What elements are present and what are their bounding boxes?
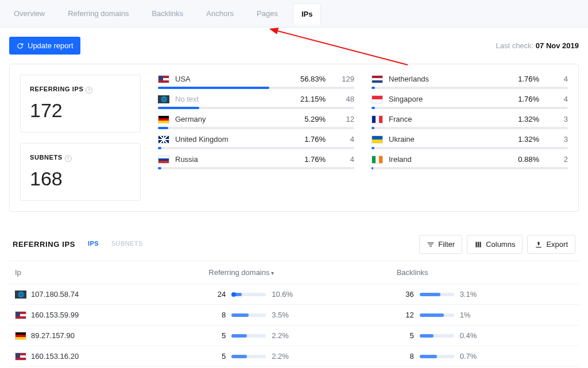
country-bar	[372, 147, 568, 149]
export-icon	[535, 241, 543, 249]
columns-icon	[474, 241, 482, 249]
country-percent: 1.76%	[291, 155, 326, 164]
metric-bar	[420, 313, 454, 317]
flag-icon	[15, 311, 26, 319]
flag-icon	[158, 135, 169, 144]
table-row[interactable]: 160.153.59.9983.5%121%	[9, 305, 579, 326]
metric-value: 8	[397, 352, 414, 361]
metric-percent: 2.2%	[272, 352, 297, 361]
table-row[interactable]: 160.153.16.2052.2%80.7%	[9, 346, 579, 367]
flag-icon	[158, 156, 169, 164]
tab-ips[interactable]: IPs	[293, 3, 322, 25]
metric-bar	[420, 355, 454, 358]
country-name: USA	[175, 75, 285, 83]
country-bar	[158, 127, 354, 129]
metric-bar	[231, 313, 266, 317]
country-name: Russia	[175, 155, 285, 164]
metric-value: 5	[208, 352, 226, 361]
country-percent: 1.76%	[291, 135, 326, 144]
help-icon[interactable]: ?	[86, 87, 92, 94]
country-percent: 56.83%	[291, 75, 326, 83]
metric-bar	[420, 293, 454, 296]
flag-icon	[15, 352, 26, 361]
country-percent: 1.32%	[505, 115, 539, 123]
country-name: Germany	[175, 115, 285, 123]
metric-bar	[231, 293, 266, 296]
country-row[interactable]: 🌐No text21.15%48	[158, 95, 354, 109]
globe-icon: 🌐	[15, 290, 26, 299]
country-percent: 1.76%	[505, 75, 539, 83]
subtab-subnets[interactable]: SUBNETS	[111, 240, 143, 249]
country-row[interactable]: United Kingdom1.76%4	[158, 135, 354, 149]
country-row[interactable]: Ukraine1.32%3	[372, 135, 568, 149]
country-row[interactable]: Netherlands1.76%4	[372, 75, 568, 89]
country-count: 129	[331, 75, 354, 83]
country-row[interactable]: Ireland0.88%2	[372, 155, 568, 169]
country-percent: 5.29%	[291, 115, 326, 123]
country-bar	[158, 107, 354, 109]
country-bar	[158, 147, 354, 149]
metric-value: 24	[208, 290, 226, 299]
country-percent: 1.76%	[505, 95, 539, 103]
metric-percent: 0.7%	[460, 352, 485, 361]
country-count: 4	[331, 155, 354, 164]
metric-percent: 3.5%	[272, 311, 297, 319]
country-bar	[158, 167, 354, 169]
metric-percent: 0.4%	[460, 331, 485, 340]
filter-button[interactable]: Filter	[419, 235, 462, 254]
flag-icon	[158, 115, 169, 123]
country-name: Netherlands	[389, 75, 499, 83]
col-backlinks[interactable]: Backlinks	[391, 261, 579, 284]
flag-icon	[158, 75, 169, 83]
metric-bar	[231, 334, 266, 338]
country-row[interactable]: France1.32%3	[372, 115, 568, 129]
country-name: France	[389, 115, 499, 123]
tab-referring-domains[interactable]: Referring domains	[60, 3, 137, 25]
col-ip[interactable]: Ip	[9, 261, 203, 284]
country-count: 4	[545, 75, 568, 83]
refresh-icon	[16, 42, 24, 50]
country-percent: 0.88%	[505, 155, 539, 164]
metric-bar	[231, 355, 266, 358]
update-report-button[interactable]: Update report	[9, 37, 80, 55]
metric-percent: 10.6%	[272, 290, 297, 299]
country-bar	[372, 107, 568, 109]
country-bar	[372, 127, 568, 129]
flag-icon	[372, 95, 383, 103]
tab-overview[interactable]: Overview	[6, 3, 53, 25]
export-button[interactable]: Export	[527, 235, 575, 254]
metric-value: 36	[397, 290, 414, 299]
col-referring-domains[interactable]: Referring domains	[203, 261, 390, 284]
country-percent: 1.32%	[505, 135, 539, 144]
columns-button[interactable]: Columns	[467, 235, 523, 254]
metric-percent: 2.2%	[272, 331, 297, 340]
country-bar	[372, 87, 568, 89]
filter-icon	[427, 241, 435, 249]
metric-value: 8	[208, 311, 226, 319]
flag-icon	[372, 135, 383, 144]
flag-icon	[372, 115, 383, 123]
metric-value: 5	[397, 331, 414, 340]
country-row[interactable]: USA56.83%129	[158, 75, 354, 89]
tab-backlinks[interactable]: Backlinks	[144, 3, 191, 25]
country-row[interactable]: Germany5.29%12	[158, 115, 354, 129]
country-bar	[372, 167, 568, 169]
country-count: 4	[331, 135, 354, 144]
country-name: Singapore	[389, 95, 499, 103]
tab-pages[interactable]: Pages	[249, 3, 286, 25]
country-row[interactable]: Russia1.76%4	[158, 155, 354, 169]
subnets-stat: SUBNETS? 168	[20, 143, 141, 201]
tab-anchors[interactable]: Anchors	[198, 3, 242, 25]
country-name: No text	[175, 95, 285, 103]
table-row[interactable]: 🌐107.180.58.742410.6%363.1%	[9, 284, 579, 305]
country-count: 3	[545, 135, 568, 144]
flag-icon	[372, 156, 383, 164]
help-icon[interactable]: ?	[65, 155, 72, 162]
flag-icon	[15, 332, 26, 340]
country-row[interactable]: Singapore1.76%4	[372, 95, 568, 109]
subtab-ips[interactable]: IPS	[88, 240, 99, 249]
country-name: United Kingdom	[175, 135, 285, 144]
country-percent: 21.15%	[291, 95, 326, 103]
flag-icon	[372, 75, 383, 83]
table-row[interactable]: 89.27.157.9052.2%50.4%	[9, 326, 579, 346]
